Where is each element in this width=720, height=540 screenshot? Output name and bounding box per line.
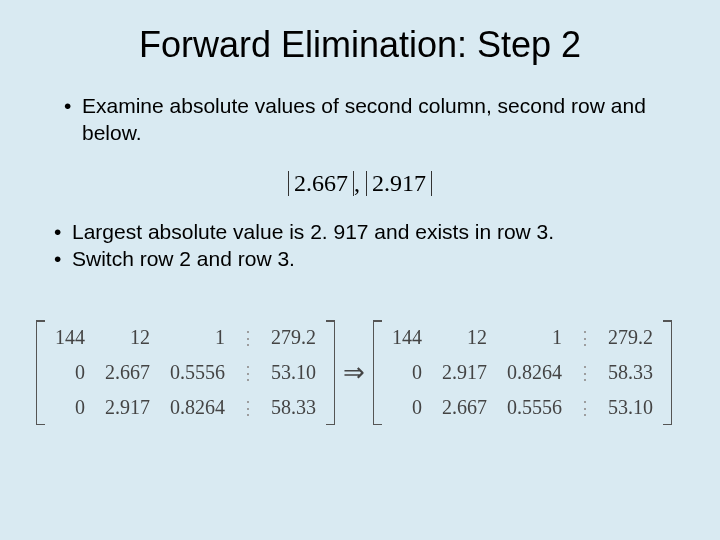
aug-separator: ⋮ [572,320,598,355]
matrix-cell: 0 [45,355,95,390]
matrix-cell: 53.10 [261,355,326,390]
matrix-row: 0 2.667 0.5556 ⋮ 53.10 [45,355,326,390]
matrix-cell: 0.8264 [497,355,572,390]
arrow-icon: ⇒ [335,357,373,388]
matrix-cell: 279.2 [261,320,326,355]
matrix-row: 144 12 1 ⋮ 279.2 [382,320,663,355]
matrix-left: 144 12 1 ⋮ 279.2 0 2.667 0.5556 ⋮ 53.10 … [36,320,335,425]
bullet-group-2: Largest absolute value is 2. 917 and exi… [36,218,680,273]
matrix-cell: 2.917 [432,355,497,390]
matrix-cell: 0 [382,390,432,425]
matrix-cell: 1 [497,320,572,355]
matrix-cell: 58.33 [598,355,663,390]
aug-separator: ⋮ [235,320,261,355]
matrix-cell: 12 [432,320,497,355]
bracket-right-open [373,320,382,425]
matrix-cell: 0 [45,390,95,425]
matrix-cell: 58.33 [261,390,326,425]
abs-val-1: 2.667 [288,171,354,196]
matrix-cell: 0 [382,355,432,390]
matrix-row: 144 12 1 ⋮ 279.2 [45,320,326,355]
matrix-cell: 2.667 [95,355,160,390]
matrix-cell: 279.2 [598,320,663,355]
matrix-cell: 0.8264 [160,390,235,425]
bullet-item: Examine absolute values of second column… [64,92,680,147]
bracket-right-close [663,320,672,425]
matrix-row: 0 2.917 0.8264 ⋮ 58.33 [382,355,663,390]
matrix-cell: 53.10 [598,390,663,425]
matrix-left-table: 144 12 1 ⋮ 279.2 0 2.667 0.5556 ⋮ 53.10 … [45,320,326,425]
matrix-cell: 2.667 [432,390,497,425]
matrix-transformation: 144 12 1 ⋮ 279.2 0 2.667 0.5556 ⋮ 53.10 … [36,320,690,425]
matrix-cell: 144 [45,320,95,355]
matrix-cell: 2.917 [95,390,160,425]
matrix-cell: 144 [382,320,432,355]
aug-separator: ⋮ [235,390,261,425]
bracket-left-open [36,320,45,425]
matrix-cell: 1 [160,320,235,355]
matrix-right: 144 12 1 ⋮ 279.2 0 2.917 0.8264 ⋮ 58.33 … [373,320,672,425]
aug-separator: ⋮ [235,355,261,390]
matrix-cell: 0.5556 [497,390,572,425]
absolute-value-expression: 2.667, 2.917 [0,170,720,197]
bracket-left-close [326,320,335,425]
bullet-item: Switch row 2 and row 3. [54,245,680,272]
aug-separator: ⋮ [572,390,598,425]
slide: Forward Elimination: Step 2 Examine abso… [0,0,720,540]
matrix-cell: 12 [95,320,160,355]
matrix-row: 0 2.917 0.8264 ⋮ 58.33 [45,390,326,425]
comma: , [354,170,366,196]
bullet-item: Largest absolute value is 2. 917 and exi… [54,218,680,245]
bullet-group-1: Examine absolute values of second column… [46,92,680,151]
slide-title: Forward Elimination: Step 2 [0,24,720,66]
abs-val-2: 2.917 [366,171,432,196]
aug-separator: ⋮ [572,355,598,390]
matrix-right-table: 144 12 1 ⋮ 279.2 0 2.917 0.8264 ⋮ 58.33 … [382,320,663,425]
matrix-row: 0 2.667 0.5556 ⋮ 53.10 [382,390,663,425]
matrix-cell: 0.5556 [160,355,235,390]
